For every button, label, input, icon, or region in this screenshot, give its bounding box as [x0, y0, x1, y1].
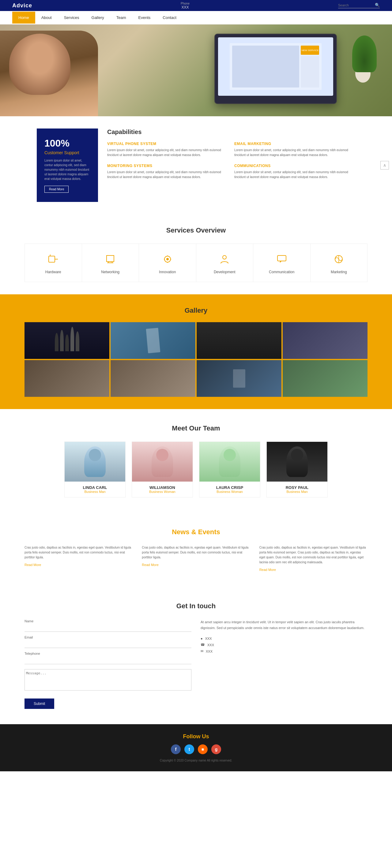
phone-number: XXX [181, 5, 190, 9]
name-field: Name [25, 619, 191, 632]
support-title: Customer Support [45, 150, 90, 155]
news-title: News & Events [25, 528, 367, 536]
gallery-section: Gallery [0, 294, 392, 409]
submit-button[interactable]: Submit [25, 699, 54, 709]
gallery-item-4[interactable] [283, 322, 367, 359]
nav-about[interactable]: About [35, 12, 58, 24]
footer-copyright: Copyright © 2020 Company name All rights… [25, 759, 367, 762]
communication-icon [274, 251, 289, 267]
cap-item-4: COMMUNICATIONS Lorem ipsum dolor sit ame… [234, 164, 355, 180]
service-communication[interactable]: Communication [253, 244, 311, 282]
gallery-item-7[interactable] [197, 360, 281, 397]
team-grid: LINDA CARL Business Man WILLIAMSON Busin… [25, 441, 367, 497]
gallery-title: Gallery [25, 307, 367, 314]
facebook-icon[interactable]: f [171, 744, 181, 754]
name-input[interactable] [25, 624, 191, 632]
follow-section: Follow Us f t ■ g Copyright © 2020 Compa… [0, 724, 392, 771]
team-name-1: LINDA CARL [68, 485, 121, 490]
cap-item-4-title: COMMUNICATIONS [234, 164, 355, 168]
support-percent: 100% [45, 138, 90, 149]
service-hardware[interactable]: Hardware [25, 244, 82, 282]
address-text: XXX [205, 637, 212, 640]
read-more-button[interactable]: Read More [45, 186, 68, 193]
contact-form: Name Email Telephone Submit [25, 619, 191, 709]
nav-gallery[interactable]: Gallery [85, 12, 110, 24]
team-info-1: LINDA CARL Business Man [65, 482, 125, 497]
marketing-icon [331, 251, 346, 267]
gallery-item-8[interactable] [283, 360, 367, 397]
hero-plant [346, 28, 383, 83]
social-icons: f t ■ g [25, 744, 367, 754]
team-member-1[interactable]: LINDA CARL Business Man [64, 441, 125, 497]
services-title: Services Overview [25, 226, 367, 235]
contact-email: ✉ XXX [201, 649, 367, 653]
gallery-item-1[interactable] [25, 322, 109, 359]
nav-events[interactable]: Events [132, 12, 157, 24]
cap-item-3: MONITORING SYSTEMS Lorem ipsum dolor sit… [107, 164, 228, 180]
telephone-input[interactable] [25, 657, 191, 664]
team-photo-3 [199, 442, 260, 482]
team-role-4: Business Man [271, 490, 324, 494]
team-info-2: WILLIAMSON Business Woman [132, 482, 193, 497]
logo: Advice [12, 2, 32, 9]
gallery-item-5[interactable] [25, 360, 109, 397]
team-member-3[interactable]: LAURA CRISP Business Woman [199, 441, 260, 497]
news-item-1: Cras justo odio, dapibus ac facilisis in… [25, 545, 133, 571]
search-bar[interactable]: 🔍 [338, 3, 380, 8]
cap-item-2-desc: Lorem ipsum dolor sit amet, contur adipi… [234, 148, 355, 158]
contact-title: Get In touch [25, 602, 367, 610]
email-text: XXX [206, 650, 213, 653]
capabilities-blue-box: 100% Customer Support Lorem ipsum dolor … [37, 128, 98, 202]
news-read-more-1[interactable]: Read More [25, 563, 133, 567]
support-desc: Lorem ipsum dolor sit amet, contur adipi… [45, 158, 90, 181]
gallery-item-3[interactable] [197, 322, 281, 359]
team-member-2[interactable]: WILLIAMSON Business Woman [132, 441, 193, 497]
hero-laptop: NEW SERVICE [214, 34, 337, 104]
news-item-2: Cras justo odio, dapibus ac facilisis in… [142, 545, 250, 571]
nav-services[interactable]: Services [58, 12, 85, 24]
email-input[interactable] [25, 640, 191, 648]
twitter-icon[interactable]: t [185, 744, 194, 754]
message-input[interactable] [25, 669, 191, 690]
nav-contact[interactable]: Contact [157, 12, 183, 24]
service-development[interactable]: Development [196, 244, 254, 282]
nav-team[interactable]: Team [110, 12, 132, 24]
rss-icon[interactable]: ■ [198, 744, 207, 754]
gallery-item-6[interactable] [111, 360, 195, 397]
gallery-grid [25, 322, 367, 397]
team-name-2: WILLIAMSON [136, 485, 189, 490]
service-marketing[interactable]: Marketing [311, 244, 367, 282]
service-networking[interactable]: Networking [82, 244, 139, 282]
svg-point-3 [223, 255, 226, 259]
team-member-4[interactable]: ROSY PAUL Business Man [267, 441, 328, 497]
search-input[interactable] [338, 3, 375, 7]
phone-icon: ☎ [201, 643, 205, 647]
hardware-icon [46, 251, 61, 267]
hardware-label: Hardware [45, 270, 61, 274]
search-icon[interactable]: 🔍 [375, 3, 380, 7]
message-field [25, 668, 191, 692]
news-read-more-2[interactable]: Read More [142, 563, 250, 567]
team-section: Meet Our Team LINDA CARL Business Man WI… [0, 409, 392, 513]
team-photo-4 [267, 442, 327, 482]
innovation-label: Innovation [159, 270, 176, 274]
services-section: Services Overview Hardware Networking In… [0, 214, 392, 294]
news-read-more-3[interactable]: Read More [259, 568, 367, 571]
networking-label: Networking [101, 270, 119, 274]
googleplus-icon[interactable]: g [211, 744, 221, 754]
gallery-item-2[interactable] [111, 322, 195, 359]
team-name-3: LAURA CRISP [203, 485, 256, 490]
services-grid: Hardware Networking Innovation Developme… [25, 244, 367, 282]
cap-item-3-desc: Lorem ipsum dolor sit amet, contur adipi… [107, 170, 228, 180]
telephone-label: Telephone [25, 652, 191, 655]
cap-item-4-desc: Lorem ipsum dolor sit amet, contur adipi… [234, 170, 355, 180]
news-grid: Cras justo odio, dapibus ac facilisis in… [25, 545, 367, 571]
telephone-field: Telephone [25, 652, 191, 664]
contact-desc: At amet sapien arcu integer in tincidunt… [201, 619, 367, 630]
development-icon [217, 251, 232, 267]
navigation: Home About Services Gallery Team Events … [0, 11, 392, 25]
service-innovation[interactable]: Innovation [139, 244, 196, 282]
nav-home[interactable]: Home [12, 12, 35, 24]
capabilities-content: Capabilities VIRTUAL PHONE SYSTEM Lorem … [107, 128, 355, 202]
back-to-top-button[interactable]: ∧ [381, 161, 389, 169]
